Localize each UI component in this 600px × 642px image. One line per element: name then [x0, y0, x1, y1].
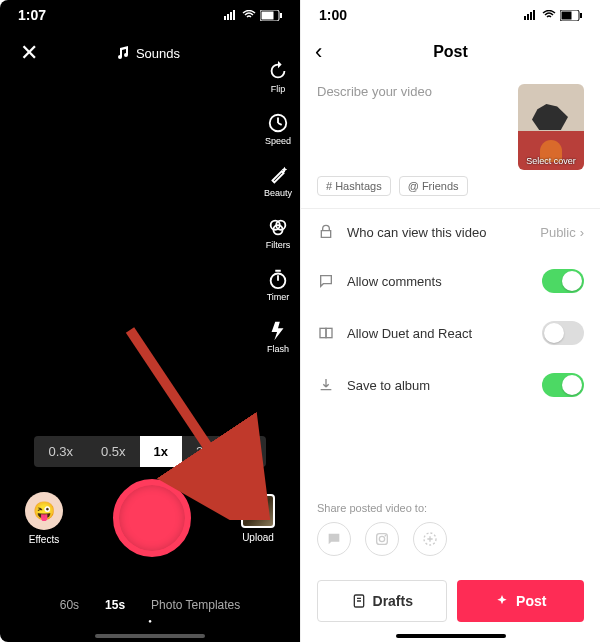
svg-point-24: [385, 535, 387, 537]
post-header: ‹ Post: [301, 30, 600, 74]
status-time: 1:00: [319, 7, 347, 23]
share-label: Share posted video to:: [317, 502, 584, 514]
upload-thumbnail-icon: [241, 494, 275, 528]
share-instagram-icon[interactable]: [365, 522, 399, 556]
filters-icon: [267, 216, 289, 238]
svg-rect-21: [326, 328, 332, 337]
page-title: Post: [301, 43, 600, 61]
close-icon[interactable]: ✕: [20, 40, 38, 66]
svg-rect-15: [530, 12, 532, 20]
share-section: Share posted video to:: [317, 502, 584, 556]
beauty-tool[interactable]: Beauty: [264, 164, 292, 198]
post-screen: 1:00 ‹ Post Describe your video Select c…: [300, 0, 600, 642]
drafts-icon: [351, 593, 367, 609]
download-icon: [317, 376, 335, 394]
drafts-button[interactable]: Drafts: [317, 580, 447, 622]
post-sparkle-icon: [494, 593, 510, 609]
svg-rect-16: [533, 10, 535, 20]
svg-rect-14: [527, 14, 529, 20]
svg-rect-3: [233, 10, 235, 20]
lock-icon: [317, 223, 335, 241]
timer-tool[interactable]: Timer: [267, 268, 290, 302]
speed-selector: 0.3x 0.5x 1x 2x 3x: [0, 436, 300, 467]
cover-label: Select cover: [518, 156, 584, 166]
beauty-icon: [267, 164, 289, 186]
svg-rect-0: [224, 16, 226, 20]
duet-icon: [317, 324, 335, 342]
suggestion-chips: # Hashtags @ Friends: [301, 176, 600, 208]
select-cover-button[interactable]: Select cover: [518, 84, 584, 170]
speed-0-3x[interactable]: 0.3x: [34, 436, 87, 467]
share-message-icon[interactable]: [317, 522, 351, 556]
friends-chip[interactable]: @ Friends: [399, 176, 468, 196]
wifi-icon: [242, 10, 256, 20]
camera-tool-rail: Flip Speed Beauty Filters Timer Flash: [264, 60, 292, 354]
speed-tool[interactable]: Speed: [265, 112, 291, 146]
flash-icon: [267, 320, 289, 342]
chevron-right-icon: ›: [580, 225, 584, 240]
bottom-buttons: Drafts Post: [317, 580, 584, 622]
comments-row: Allow comments: [301, 255, 600, 307]
flip-tool[interactable]: Flip: [267, 60, 289, 94]
svg-line-12: [130, 330, 240, 495]
music-note-icon: [116, 46, 130, 60]
svg-rect-19: [580, 13, 582, 18]
privacy-value: Public ›: [540, 225, 584, 240]
flash-tool[interactable]: Flash: [267, 320, 289, 354]
save-row: Save to album: [301, 359, 600, 411]
speed-1x[interactable]: 1x: [140, 436, 182, 467]
svg-rect-18: [562, 11, 572, 19]
filters-tool[interactable]: Filters: [266, 216, 291, 250]
svg-rect-13: [524, 16, 526, 20]
record-button[interactable]: [113, 479, 191, 557]
svg-rect-5: [262, 11, 274, 19]
upload-button[interactable]: Upload: [241, 494, 275, 543]
status-icons: [524, 10, 582, 21]
post-settings: Who can view this video Public › Allow c…: [301, 208, 600, 411]
privacy-row[interactable]: Who can view this video Public ›: [301, 209, 600, 255]
battery-icon: [260, 10, 282, 21]
camera-screen: 1:07 ✕ Sounds Flip Speed Beauty Filt: [0, 0, 300, 642]
duet-row: Allow Duet and React: [301, 307, 600, 359]
svg-rect-1: [227, 14, 229, 20]
battery-icon: [560, 10, 582, 21]
signal-icon: [524, 10, 538, 20]
speed-3x[interactable]: 3x: [224, 436, 266, 467]
effects-face-icon: 😜: [25, 492, 63, 530]
effects-button[interactable]: 😜 Effects: [25, 492, 63, 545]
status-time: 1:07: [18, 7, 46, 23]
mode-tabs: 60s 15s Photo Templates: [0, 598, 300, 612]
svg-rect-6: [280, 13, 282, 18]
wifi-icon: [542, 10, 556, 20]
comment-icon: [317, 272, 335, 290]
status-icons: [224, 10, 282, 21]
caption-input[interactable]: Describe your video: [317, 84, 508, 170]
status-bar-right: 1:00: [301, 0, 600, 30]
speed-2x[interactable]: 2x: [182, 436, 224, 467]
share-more-icon[interactable]: [413, 522, 447, 556]
mode-photo-templates[interactable]: Photo Templates: [151, 598, 240, 612]
mode-15s[interactable]: 15s: [105, 598, 125, 612]
sounds-label: Sounds: [136, 46, 180, 61]
status-bar-left: 1:07: [0, 0, 300, 30]
speed-icon: [267, 112, 289, 134]
mode-60s[interactable]: 60s: [60, 598, 79, 612]
home-indicator: [95, 634, 205, 638]
speed-0-5x[interactable]: 0.5x: [87, 436, 140, 467]
hashtags-chip[interactable]: # Hashtags: [317, 176, 391, 196]
svg-rect-20: [320, 328, 326, 337]
duet-toggle[interactable]: [542, 321, 584, 345]
signal-icon: [224, 10, 238, 20]
save-toggle[interactable]: [542, 373, 584, 397]
camera-controls: 😜 Effects Upload: [0, 479, 300, 557]
mode-indicator-dot: ●: [0, 618, 300, 624]
svg-point-23: [379, 536, 384, 541]
flip-icon: [267, 60, 289, 82]
svg-rect-2: [230, 12, 232, 20]
comments-toggle[interactable]: [542, 269, 584, 293]
home-indicator: [396, 634, 506, 638]
sounds-button[interactable]: Sounds: [116, 46, 180, 61]
post-button[interactable]: Post: [457, 580, 585, 622]
timer-icon: [267, 268, 289, 290]
cover-thumbnail-icon: [532, 104, 568, 130]
